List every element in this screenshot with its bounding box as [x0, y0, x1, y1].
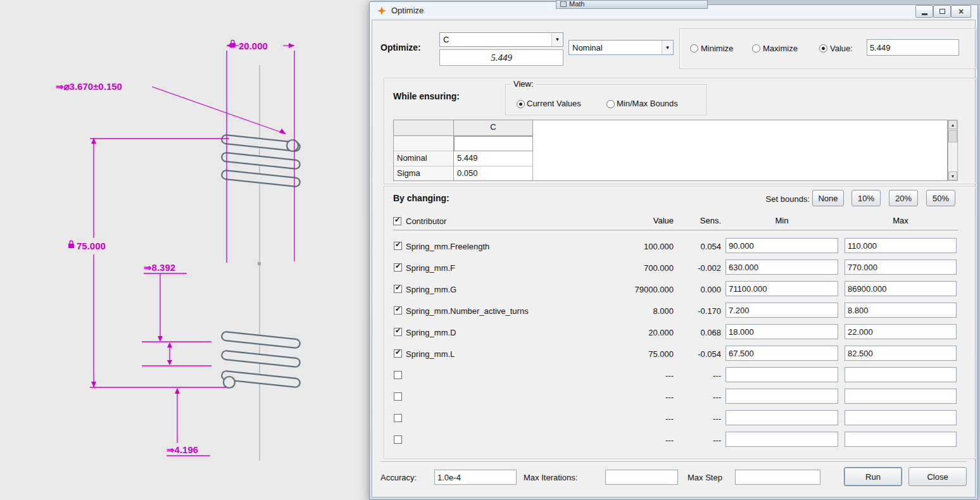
- math-window-icon: [560, 1, 567, 7]
- optimize-scope-combo[interactable]: Nominal ▼: [569, 40, 674, 55]
- minimize-radio[interactable]: [690, 44, 698, 53]
- contributor-header: Contributor: [406, 216, 446, 226]
- contributor-value: 79000.000: [610, 285, 674, 294]
- max-step-label: Max Step: [688, 473, 722, 482]
- contributor-sensitivity: -0.170: [680, 306, 721, 316]
- constraints-scrollbar[interactable]: ▲ ▼: [948, 120, 958, 181]
- min-bound-input[interactable]: [726, 303, 838, 318]
- min-bound-input[interactable]: [726, 410, 838, 425]
- spring-geometry: [222, 135, 301, 388]
- max-step-input[interactable]: [735, 470, 820, 485]
- contributor-name: Spring_mm.L: [406, 349, 455, 359]
- nominal-value-cell[interactable]: 5.449: [454, 151, 533, 166]
- accuracy-input[interactable]: [434, 470, 517, 485]
- set-bounds-none-button[interactable]: None: [812, 190, 844, 206]
- max-bound-input[interactable]: [845, 367, 957, 382]
- contributor-value: 75.000: [610, 349, 674, 359]
- contributor-checkbox[interactable]: [394, 306, 402, 315]
- contributor-row: ------: [393, 387, 958, 405]
- max-bound-input[interactable]: [845, 259, 957, 275]
- background-math-window[interactable]: Math: [556, 0, 708, 9]
- maximize-button[interactable]: [933, 5, 951, 18]
- view-minmax-bounds-radio[interactable]: [606, 100, 615, 108]
- dialog-title: Optimize: [391, 6, 424, 15]
- max-bound-input[interactable]: [845, 303, 957, 318]
- scroll-up-icon[interactable]: ▲: [948, 120, 957, 129]
- min-bound-input[interactable]: [726, 346, 838, 361]
- contributor-checkbox[interactable]: [394, 392, 402, 401]
- contributor-name: Spring_mm.Number_active_turns: [406, 306, 529, 316]
- min-bound-input[interactable]: [726, 324, 838, 339]
- max-bound-input[interactable]: [845, 281, 957, 296]
- value-radio-label[interactable]: Value:: [830, 44, 853, 53]
- min-bound-input[interactable]: [726, 432, 838, 447]
- minimize-radio-label[interactable]: Minimize: [701, 44, 733, 53]
- contributor-sensitivity: ---: [680, 392, 721, 402]
- sigma-value-cell[interactable]: 0.050: [454, 166, 533, 181]
- contributor-checkbox[interactable]: [394, 285, 402, 293]
- max-bound-input[interactable]: [845, 324, 957, 339]
- set-bounds-50-button[interactable]: 50%: [926, 190, 955, 206]
- min-bound-input[interactable]: [726, 238, 838, 253]
- max-bound-input[interactable]: [845, 389, 957, 404]
- view-current-values-radio[interactable]: [517, 100, 525, 108]
- set-bounds-20-button[interactable]: 20%: [889, 190, 918, 206]
- min-bound-input[interactable]: [726, 389, 838, 404]
- contributor-row: Spring_mm.F700.000-0.002: [393, 258, 958, 276]
- dim-free-length[interactable]: 75.000: [77, 241, 106, 251]
- view-minmax-bounds-label[interactable]: Min/Max Bounds: [617, 99, 678, 108]
- background-toolbar-strip: [708, 0, 980, 5]
- value-radio[interactable]: [819, 44, 827, 53]
- close-button[interactable]: Close: [908, 467, 967, 486]
- dim-gap[interactable]: ⇒4.196: [166, 444, 198, 455]
- scope-combo-dropdown-icon[interactable]: ▼: [662, 41, 673, 54]
- min-bound-input[interactable]: [726, 367, 838, 382]
- contributor-row: ------: [393, 366, 958, 384]
- constraints-table[interactable]: C Nominal 5.449 Sigma 0.050: [393, 120, 948, 181]
- close-window-button[interactable]: ×: [951, 5, 971, 18]
- dim-coil-diameter[interactable]: 20.000: [239, 41, 268, 51]
- max-bound-input[interactable]: [845, 346, 957, 361]
- maximize-radio-label[interactable]: Maximize: [763, 44, 798, 53]
- max-bound-input[interactable]: [845, 410, 957, 425]
- contributor-checkbox[interactable]: [394, 414, 402, 422]
- goal-value-input[interactable]: [867, 39, 959, 56]
- close-icon: ×: [958, 7, 964, 16]
- contributor-row: ------: [393, 409, 958, 427]
- contributor-checkbox[interactable]: [394, 435, 402, 444]
- cad-spring-view[interactable]: 20.000 ⇒⌀3.670±0.150 75.000 ⇒8.392 ⇒4.19…: [0, 0, 369, 500]
- max-iterations-input[interactable]: [605, 470, 678, 485]
- run-button[interactable]: Run: [844, 467, 902, 486]
- max-bound-input[interactable]: [845, 432, 957, 447]
- view-group-label: View:: [511, 79, 536, 89]
- contributor-sensitivity: 0.000: [680, 285, 721, 294]
- contributor-name: Spring_mm.F: [406, 263, 455, 273]
- contributor-row: Spring_mm.L75.000-0.054: [393, 344, 958, 362]
- dim-wire-diameter[interactable]: ⇒⌀3.670±0.150: [56, 81, 122, 92]
- min-bound-input[interactable]: [726, 281, 838, 296]
- max-iterations-label: Max Iterations:: [524, 473, 577, 482]
- contributor-checkbox[interactable]: [394, 328, 402, 336]
- view-current-values-label[interactable]: Current Values: [527, 99, 581, 108]
- column-header-c[interactable]: C: [454, 120, 533, 136]
- contributor-checkbox[interactable]: [394, 349, 402, 358]
- contributor-checkbox[interactable]: [394, 371, 402, 379]
- optimize-target-combo[interactable]: C ▼: [439, 32, 563, 47]
- min-bound-input[interactable]: [726, 259, 838, 275]
- edit-cell[interactable]: [454, 136, 533, 151]
- contributor-checkbox[interactable]: [394, 242, 402, 250]
- max-bound-input[interactable]: [845, 238, 957, 253]
- optimize-dialog: Optimize × Optimize: C ▼ 5.449 Nominal ▼…: [369, 1, 978, 500]
- select-all-checkbox[interactable]: [393, 217, 401, 225]
- maximize-radio[interactable]: [752, 44, 760, 53]
- scroll-thumb[interactable]: [948, 130, 957, 142]
- contributor-value: 8.000: [610, 306, 674, 316]
- set-bounds-10-button[interactable]: 10%: [851, 190, 881, 206]
- contributor-checkbox[interactable]: [394, 263, 402, 272]
- minimize-button[interactable]: [915, 5, 933, 18]
- target-combo-dropdown-icon[interactable]: ▼: [551, 33, 563, 46]
- dim-pitch[interactable]: ⇒8.392: [144, 262, 175, 273]
- corner-header-cell: [394, 120, 454, 136]
- scroll-down-icon[interactable]: ▼: [948, 172, 957, 180]
- row-label-sigma: Sigma: [394, 166, 454, 181]
